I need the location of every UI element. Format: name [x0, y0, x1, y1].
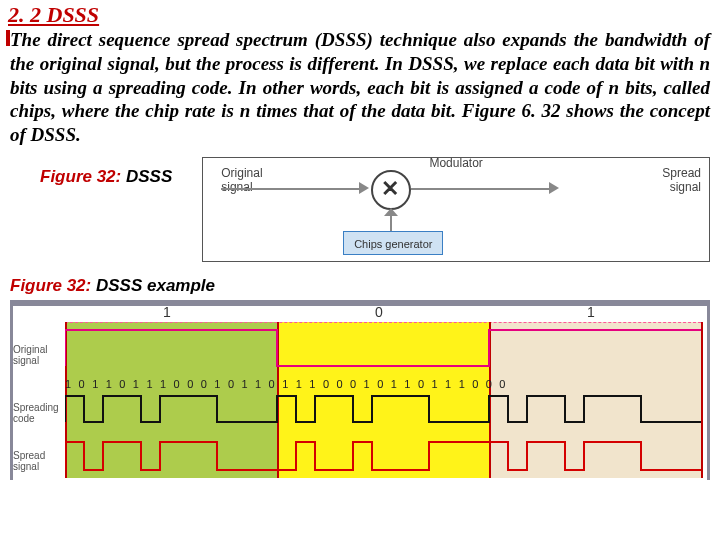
- dashed-guide-line: [65, 322, 701, 323]
- spread-signal-label: Spread signal: [662, 166, 701, 194]
- figure-title: DSSS example: [91, 276, 215, 295]
- figure-label: Figure 32:: [40, 167, 121, 186]
- arrow-line: [221, 188, 361, 190]
- top-bit: 0: [375, 304, 383, 320]
- cursor-bar: [6, 30, 10, 46]
- section-heading: 2. 2 DSSS: [0, 0, 720, 28]
- original-signal-wave: [65, 326, 705, 368]
- section-paragraph: The direct sequence spread spectrum (DSS…: [0, 28, 720, 153]
- modulator-label: Modulator: [429, 156, 482, 170]
- dsss-example-diagram: 1 0 1 Original signal Spreading code Spr…: [10, 300, 710, 480]
- figure-label: Figure 32:: [10, 276, 91, 295]
- spread-signal-side-label: Spread signal: [13, 450, 63, 472]
- figure-32-caption: Figure 32: DSSS: [40, 157, 172, 187]
- spreading-code-bits: 1 0 1 1 0 1 1 1 0 0 0 1 0 1 1 0 1 1 1 0 …: [65, 378, 705, 390]
- figure-title: DSSS: [121, 167, 172, 186]
- figure-32-row: Figure 32: DSSS Original signal Modulato…: [0, 153, 720, 262]
- arrow-right-icon: [359, 182, 369, 194]
- spreading-code-side-label: Spreading code: [13, 402, 63, 424]
- original-signal-side-label: Original signal: [13, 344, 63, 366]
- spreading-code-wave: [65, 392, 705, 426]
- figure-32-example-caption: Figure 32: DSSS example: [0, 262, 720, 298]
- top-bit: 1: [587, 304, 595, 320]
- chips-generator-box: Chips generator: [343, 231, 443, 255]
- spread-signal-wave: [65, 438, 705, 474]
- top-bit: 1: [163, 304, 171, 320]
- arrow-up-icon: [384, 208, 398, 216]
- dsss-diagram: Original signal Modulator ✕ Spread signa…: [202, 157, 710, 262]
- multiply-icon: ✕: [381, 176, 399, 202]
- arrow-right-icon: [549, 182, 559, 194]
- arrow-line: [411, 188, 551, 190]
